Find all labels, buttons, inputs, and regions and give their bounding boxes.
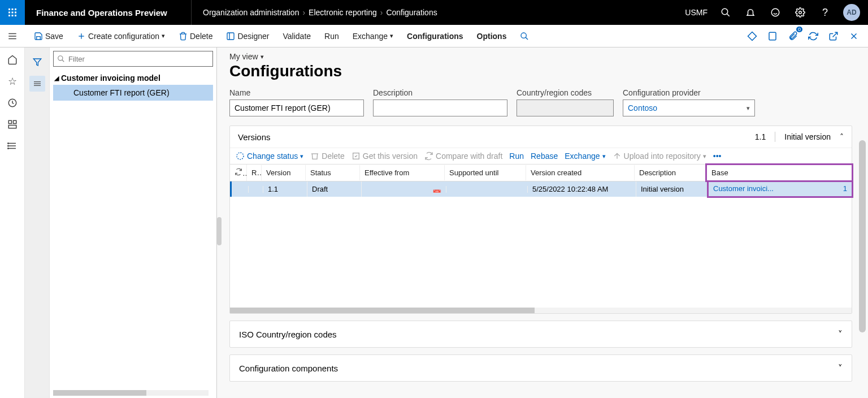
save-label: Save — [45, 32, 63, 41]
exchange-button[interactable]: Exchange▾ — [347, 29, 399, 43]
home-icon[interactable] — [7, 54, 18, 66]
components-panel[interactable]: Configuration components ˅ — [229, 354, 852, 382]
find-button[interactable] — [514, 29, 535, 43]
attach-icon[interactable]: 0 — [784, 28, 801, 45]
more-button[interactable]: ••• — [713, 152, 722, 161]
name-input[interactable] — [229, 100, 364, 116]
cell-base[interactable]: Customer invoici... 1 — [707, 181, 853, 198]
feedback-icon[interactable] — [765, 0, 785, 25]
col-created[interactable]: Version created — [526, 165, 635, 180]
diamond-icon[interactable] — [744, 28, 761, 45]
svg-rect-2 — [15, 8, 16, 10]
cell-effective[interactable]: 📅 — [362, 186, 446, 193]
validate-button[interactable]: Validate — [277, 29, 317, 43]
list-icon[interactable] — [29, 76, 45, 92]
view-picker[interactable]: My view▾ — [229, 52, 852, 61]
run-label: Run — [324, 32, 339, 41]
chevron-down-icon: ▾ — [261, 53, 264, 60]
col-effective[interactable]: Effective from — [360, 165, 445, 180]
cell-created: 5/25/2022 10:22:48 AM — [528, 181, 636, 197]
save-button[interactable]: Save — [28, 29, 69, 43]
recent-icon[interactable] — [7, 97, 18, 109]
delete-label: Delete — [190, 32, 212, 41]
tree-node-child[interactable]: Customer FTI report (GER) — [53, 85, 213, 101]
favorites-icon[interactable]: ☆ — [7, 76, 18, 87]
app-launcher-button[interactable] — [0, 0, 25, 25]
base-number[interactable]: 1 — [843, 184, 847, 193]
version-delete-button: Delete — [310, 152, 344, 161]
col-base[interactable]: Base — [705, 163, 853, 182]
popout-icon[interactable] — [825, 28, 842, 45]
company-code[interactable]: USMF — [685, 8, 708, 17]
tree-node-parent[interactable]: ◢ Customer invoicing model — [53, 71, 213, 85]
col-description[interactable]: Description — [635, 165, 707, 180]
col-r[interactable]: R... — [247, 165, 262, 180]
components-panel-title: Configuration components — [239, 364, 338, 373]
refresh-column-icon[interactable] — [230, 165, 247, 181]
compare-button: Compare with draft — [424, 152, 502, 161]
col-supported[interactable]: Supported until — [445, 165, 526, 180]
cell-version: 1.1 — [263, 181, 307, 197]
description-input[interactable] — [373, 100, 507, 116]
chevron-up-icon[interactable]: ˄ — [840, 132, 844, 141]
collapse-icon[interactable]: ◢ — [54, 75, 59, 82]
version-run-button[interactable]: Run — [509, 152, 524, 161]
help-icon[interactable]: ? — [815, 0, 835, 25]
chevron-right-icon: › — [380, 8, 383, 17]
designer-label: Designer — [237, 32, 269, 41]
svg-rect-4 — [12, 12, 14, 14]
calendar-icon[interactable]: 📅 — [432, 189, 441, 193]
chevron-down-icon: ˅ — [838, 329, 843, 339]
modules-icon[interactable] — [7, 140, 18, 152]
vertical-scrollbar[interactable] — [859, 50, 866, 393]
base-link[interactable]: Customer invoici... — [713, 184, 774, 193]
change-status-button[interactable]: Change status▾ — [236, 152, 303, 161]
close-icon[interactable] — [845, 28, 862, 45]
breadcrumb-item[interactable]: Electronic reporting — [309, 8, 377, 17]
search-icon[interactable] — [715, 0, 736, 25]
iso-panel[interactable]: ISO Country/region codes ˅ — [229, 321, 852, 348]
rebase-button[interactable]: Rebase — [531, 152, 558, 161]
breadcrumb-item[interactable]: Configurations — [386, 8, 437, 17]
workspaces-icon[interactable] — [7, 119, 18, 130]
cell-supported — [446, 186, 528, 193]
filter-input[interactable] — [68, 55, 209, 63]
filter-input-wrapper[interactable] — [53, 51, 213, 67]
settings-icon[interactable] — [790, 0, 810, 25]
svg-point-20 — [521, 33, 526, 38]
col-status[interactable]: Status — [306, 165, 360, 180]
svg-point-41 — [237, 153, 244, 159]
configurations-button[interactable]: Configurations — [401, 29, 469, 43]
view-label: My view — [229, 52, 258, 61]
office-icon[interactable] — [764, 28, 781, 45]
svg-rect-5 — [15, 12, 16, 14]
delete-button[interactable]: Delete — [173, 29, 218, 43]
grid-horizontal-scrollbar[interactable] — [230, 308, 852, 313]
run-button[interactable]: Run — [319, 29, 345, 43]
configurations-label: Configurations — [407, 32, 463, 41]
grid-row[interactable]: 1.1 Draft 📅 5/25/2022 10:22:48 AM Initia… — [230, 181, 852, 197]
notifications-icon[interactable] — [740, 0, 761, 25]
provider-select[interactable]: Contoso ▾ — [623, 100, 755, 116]
svg-point-34 — [7, 148, 8, 149]
main-content: My view▾ Configurations Name Description… — [222, 47, 868, 398]
designer-button[interactable]: Designer — [220, 29, 275, 43]
provider-value: Contoso — [628, 103, 657, 113]
options-button[interactable]: Options — [471, 29, 513, 43]
chevron-down-icon: ˅ — [838, 363, 843, 373]
svg-rect-8 — [15, 15, 16, 16]
splitter-handle[interactable] — [217, 47, 222, 398]
horizontal-scrollbar[interactable] — [53, 390, 209, 396]
create-configuration-button[interactable]: Create configuration▾ — [71, 29, 171, 43]
cell-status: Draft — [307, 181, 362, 197]
version-exchange-button[interactable]: Exchange▾ — [565, 152, 605, 161]
hamburger-button[interactable] — [0, 25, 25, 47]
breadcrumb-item[interactable]: Organization administration — [203, 8, 299, 17]
filter-icon[interactable] — [29, 54, 45, 70]
country-codes-input — [517, 100, 614, 116]
col-version[interactable]: Version — [262, 165, 306, 180]
page-title: Configurations — [229, 62, 852, 80]
refresh-icon[interactable] — [805, 28, 822, 45]
user-avatar[interactable]: AD — [843, 4, 860, 21]
search-icon — [57, 55, 65, 63]
